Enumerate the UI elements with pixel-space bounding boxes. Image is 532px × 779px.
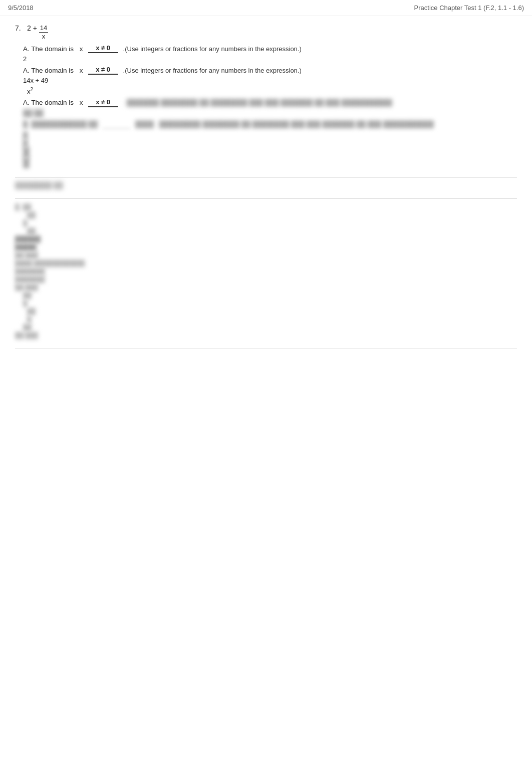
fraction2-denominator-text: x2 xyxy=(27,86,517,95)
question-7-title: 7. 2 + 14 x xyxy=(15,24,517,40)
bottom-row-2: ██ xyxy=(27,212,517,219)
blurred-icon1: █ xyxy=(23,147,517,157)
answer-a-var: x xyxy=(80,45,83,53)
blurred-icon2: █ xyxy=(23,157,517,168)
header-date: 9/5/2018 xyxy=(8,4,34,12)
fraction-14-x: 14 x xyxy=(39,24,48,40)
answer-c-var: x xyxy=(80,99,83,106)
section-divider xyxy=(15,177,517,177)
bottom-row-8: ████ ████████████ xyxy=(15,260,517,267)
bottom-row-1: █. ██ xyxy=(15,204,517,211)
answer-b-neq-box[interactable]: x ≠ 0 xyxy=(88,66,118,75)
bottom-row-10: ███████ xyxy=(15,276,517,283)
answer-b-instruction: .(Use integers or fractions for any numb… xyxy=(123,67,302,74)
answer-b-var: x xyxy=(80,67,83,74)
answer-b-row: A. The domain is x x ≠ 0 .(Use integers … xyxy=(23,66,517,75)
answer-c-neq-box[interactable]: x ≠ 0 xyxy=(88,98,118,107)
blurred-sub-result: ██ ██ xyxy=(23,109,517,117)
bottom-row-3: █ xyxy=(23,220,517,227)
bottom-row-7: ██ ███ xyxy=(15,252,517,259)
blurred-val-row: █ xyxy=(23,131,517,139)
fraction-numerator: 14 xyxy=(39,24,48,33)
blurred-c-box xyxy=(103,120,130,129)
expression-prefix: 2 + xyxy=(27,24,37,32)
bottom-row-17: ██ ███ xyxy=(15,332,517,339)
fraction2-numerator-text: 14x + 49 xyxy=(23,77,48,84)
bottom-row-13: █ xyxy=(23,300,517,307)
answer-a-prefix: A. The domain is xyxy=(23,45,74,53)
bottom-row-11: ██ ███ xyxy=(15,284,517,291)
blurred-c-rest: ████ . █████████ ████████ ██ ████████ ██… xyxy=(135,120,434,128)
answer-c-row: A. The domain is x x ≠ 0 . ███████ █████… xyxy=(23,98,517,107)
bottom-row-14: ██ xyxy=(27,308,517,315)
bottom-divider xyxy=(15,348,517,348)
blurred-val1: ██ ██ xyxy=(23,109,43,117)
header-title: Practice Chapter Test 1 (F.2, 1.1 - 1.6) xyxy=(414,4,524,12)
question-number: 7. xyxy=(15,24,27,32)
blurred-c-label: █. ████████████ ██ xyxy=(23,120,98,128)
answer-b-prefix: A. The domain is xyxy=(23,67,74,74)
bottom-row-6: █████ xyxy=(15,244,517,251)
answer-val: 2 xyxy=(23,55,27,63)
bottom-row-9: ███████ xyxy=(15,268,517,275)
answer-a-neq-box[interactable]: x ≠ 0 xyxy=(88,44,118,53)
bottom-row-15: █ xyxy=(27,316,517,323)
fraction2-result: 14x + 49 xyxy=(23,77,517,84)
fraction-denominator: x xyxy=(41,33,47,41)
answer-sub-val: 2 xyxy=(23,55,517,63)
answer-c-blurred-instruction: . ███████ ████████ ██ ████████ ███ ███ █… xyxy=(123,99,392,106)
question-7: 7. 2 + 14 x A. The domain is x x ≠ 0 .(U… xyxy=(15,24,517,168)
answer-c-prefix: A. The domain is xyxy=(23,99,74,106)
bottom-row-4: ██ xyxy=(27,228,517,235)
answer-a-instruction: .(Use integers or fractions for any numb… xyxy=(123,45,302,53)
section-header-blurred: ████████ ██ xyxy=(15,181,517,189)
bottom-section: █. ██ ██ █ ██ ██████ █████ ██ ███ ████ █… xyxy=(15,204,517,339)
fraction2-denom: x2 xyxy=(27,88,33,95)
blurred-c-row: █. ████████████ ██ ████ . █████████ ████… xyxy=(23,120,517,129)
answer-a-row1: A. The domain is x x ≠ 0 .(Use integers … xyxy=(23,44,517,53)
section-divider-2 xyxy=(15,198,517,199)
bottom-row-5: ██████ xyxy=(15,236,517,243)
bottom-row-16: ██ xyxy=(23,324,517,331)
blurred-val-row2: █ xyxy=(23,139,517,147)
bottom-row-12: ██ xyxy=(23,292,517,299)
